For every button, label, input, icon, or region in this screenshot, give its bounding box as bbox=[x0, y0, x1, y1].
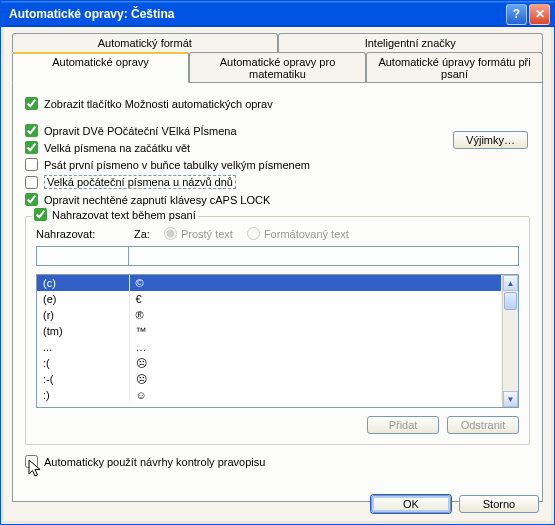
replace-table: (c)©(e)€(r)®(tm)™...…:(☹:-(☹:)☺ bbox=[37, 275, 502, 403]
replace-legend[interactable]: Nahrazovat text během psaní bbox=[32, 208, 198, 221]
checkbox-show-options-button-input[interactable] bbox=[25, 97, 38, 110]
checkbox-capitalize-table-cells-input[interactable] bbox=[25, 158, 38, 171]
replace-label: Nahrazovat: bbox=[36, 228, 120, 240]
table-row[interactable]: ...… bbox=[37, 339, 502, 355]
tab-row-top: Automatický formát Inteligentní značky bbox=[12, 33, 543, 52]
tab-math-autocorrect[interactable]: Automatické opravy pro matematiku bbox=[189, 52, 366, 83]
title-bar: Automatické opravy: Čeština ? ✕ bbox=[1, 1, 554, 27]
checkbox-capitalize-days-input[interactable] bbox=[25, 176, 38, 189]
tab-autoformat[interactable]: Automatický formát bbox=[12, 33, 278, 52]
checkbox-replace-as-you-type[interactable] bbox=[34, 208, 47, 221]
table-row[interactable]: :)☺ bbox=[37, 387, 502, 403]
replace-with-input[interactable] bbox=[128, 246, 519, 266]
tab-smarttags[interactable]: Inteligentní značky bbox=[278, 33, 544, 52]
checkbox-capitalize-days[interactable]: Velká počáteční písmena u názvů dnů bbox=[25, 175, 530, 189]
checkbox-capslock-input[interactable] bbox=[25, 193, 38, 206]
window-title: Automatické opravy: Čeština bbox=[9, 7, 504, 21]
checkbox-show-options-button[interactable]: Zobrazit tlačítko Možnosti automatických… bbox=[25, 97, 530, 110]
client-area: Automatický formát Inteligentní značky A… bbox=[4, 27, 551, 521]
checkbox-use-spelling-suggestions-input[interactable] bbox=[25, 455, 38, 468]
table-row[interactable]: (tm)™ bbox=[37, 323, 502, 339]
checkbox-capitalize-sentences-input[interactable] bbox=[25, 141, 38, 154]
replace-actions: Přidat Odstranit bbox=[36, 416, 519, 434]
scroll-thumb[interactable] bbox=[504, 292, 517, 310]
replace-from-input[interactable] bbox=[36, 246, 128, 266]
replace-header-row: Nahrazovat: Za: Prostý text Formátovaný … bbox=[36, 227, 519, 240]
table-row[interactable]: :-(☹ bbox=[37, 371, 502, 387]
cancel-button[interactable]: Storno bbox=[459, 495, 539, 513]
with-label: Za: bbox=[134, 228, 150, 240]
tab-autocorrect[interactable]: Automatické opravy bbox=[12, 52, 189, 83]
dialog-footer: OK Storno bbox=[371, 495, 539, 513]
close-button[interactable]: ✕ bbox=[529, 4, 550, 25]
table-row[interactable]: (r)® bbox=[37, 307, 502, 323]
add-button[interactable]: Přidat bbox=[367, 416, 439, 434]
table-row[interactable]: :(☹ bbox=[37, 355, 502, 371]
scroll-up-icon[interactable]: ▲ bbox=[503, 275, 518, 291]
radio-formatted-text[interactable]: Formátovaný text bbox=[247, 227, 349, 240]
exceptions-button[interactable]: Výjimky… bbox=[453, 131, 528, 149]
ok-button[interactable]: OK bbox=[371, 495, 451, 513]
scrollbar[interactable]: ▲ ▼ bbox=[502, 275, 518, 407]
tab-row-bottom: Automatické opravy Automatické opravy pr… bbox=[12, 52, 543, 83]
replace-group: Nahrazovat text během psaní Nahrazovat: … bbox=[25, 216, 530, 445]
delete-button[interactable]: Odstranit bbox=[447, 416, 519, 434]
tab-page: Zobrazit tlačítko Možnosti automatických… bbox=[12, 82, 543, 502]
checkbox-capitalize-table-cells[interactable]: Psát první písmeno v buňce tabulky velký… bbox=[25, 158, 530, 171]
checkbox-use-spelling-suggestions[interactable]: Automaticky použít návrhy kontroly pravo… bbox=[25, 455, 530, 468]
replace-list[interactable]: (c)©(e)€(r)®(tm)™...…:(☹:-(☹:)☺ ▲ ▼ bbox=[36, 274, 519, 408]
radio-plain-text[interactable]: Prostý text bbox=[164, 227, 233, 240]
checkbox-capslock[interactable]: Opravit nechtěné zapnutí klávesy cAPS LO… bbox=[25, 193, 530, 206]
table-row[interactable]: (c)© bbox=[37, 275, 502, 291]
scroll-down-icon[interactable]: ▼ bbox=[503, 391, 518, 407]
replace-inputs bbox=[36, 246, 519, 266]
help-button[interactable]: ? bbox=[506, 4, 527, 25]
tab-autoformat-as-you-type[interactable]: Automatické úpravy formátu při psaní bbox=[366, 52, 543, 83]
dialog-window: Automatické opravy: Čeština ? ✕ Automati… bbox=[0, 0, 555, 525]
table-row[interactable]: (e)€ bbox=[37, 291, 502, 307]
checkbox-two-initial-caps-input[interactable] bbox=[25, 124, 38, 137]
